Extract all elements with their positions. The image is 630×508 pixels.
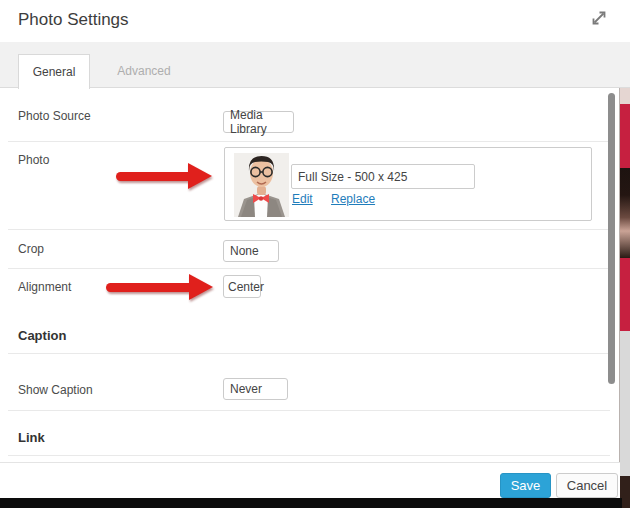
- tab-general[interactable]: General: [18, 54, 90, 89]
- expand-icon[interactable]: [589, 8, 609, 28]
- annotation-arrow-photo: [116, 163, 212, 189]
- photo-links: Edit Replace: [292, 192, 375, 206]
- background-page-strip: [619, 88, 630, 508]
- background-segment: [619, 104, 630, 168]
- photo-settings-dialog: Photo Settings General Advanced Photo So…: [0, 0, 620, 498]
- dialog-footer: Save Cancel: [0, 462, 620, 498]
- bottom-edge-bar: [0, 498, 622, 508]
- photo-size-select[interactable]: Full Size - 500 x 425: [291, 164, 475, 189]
- row-divider: [8, 229, 610, 230]
- photo-source-select[interactable]: Media Library: [223, 111, 294, 133]
- tab-general-label: General: [33, 65, 76, 79]
- show-caption-label: Show Caption: [18, 383, 93, 397]
- photo-size-value: Full Size - 500 x 425: [298, 170, 407, 184]
- dialog-header: Photo Settings: [0, 0, 620, 42]
- crop-value: None: [230, 244, 259, 258]
- crop-label: Crop: [18, 242, 44, 256]
- background-segment: [619, 258, 630, 331]
- dialog-title: Photo Settings: [18, 10, 129, 30]
- row-divider: [8, 268, 610, 269]
- alignment-value: Center: [228, 280, 264, 294]
- scrollbar-thumb[interactable]: [608, 93, 615, 384]
- photo-source-value: Media Library: [230, 108, 293, 136]
- photo-preview-panel: Full Size - 500 x 425 Edit Replace: [224, 147, 592, 221]
- edit-link[interactable]: Edit: [292, 192, 313, 206]
- row-divider: [8, 141, 610, 142]
- photo-thumbnail: [234, 153, 289, 217]
- background-segment: [619, 168, 630, 258]
- caption-section-heading: Caption: [18, 328, 66, 343]
- annotation-arrow-alignment: [106, 274, 213, 300]
- show-caption-value: Never: [230, 382, 262, 396]
- tab-advanced-label: Advanced: [117, 64, 170, 78]
- photo-source-label: Photo Source: [18, 109, 91, 123]
- photo-label: Photo: [18, 153, 49, 167]
- section-divider: [8, 455, 610, 456]
- show-caption-select[interactable]: Never: [223, 378, 288, 400]
- cancel-button[interactable]: Cancel: [556, 473, 618, 498]
- background-segment: [619, 88, 630, 104]
- screen: Photo Settings General Advanced Photo So…: [0, 0, 630, 508]
- tab-bar: General Advanced: [0, 42, 630, 88]
- link-section-heading: Link: [18, 430, 45, 445]
- arrow-head: [189, 274, 213, 300]
- row-divider: [8, 410, 610, 411]
- alignment-select[interactable]: Center: [223, 275, 261, 298]
- tab-advanced[interactable]: Advanced: [108, 54, 180, 88]
- section-divider: [8, 353, 610, 354]
- crop-select[interactable]: None: [223, 240, 279, 262]
- arrow-tail: [116, 172, 188, 181]
- alignment-label: Alignment: [18, 280, 71, 294]
- arrow-head: [188, 163, 212, 189]
- arrow-tail: [106, 283, 189, 292]
- replace-link[interactable]: Replace: [331, 192, 375, 206]
- background-segment: [619, 331, 630, 476]
- save-button[interactable]: Save: [500, 473, 551, 498]
